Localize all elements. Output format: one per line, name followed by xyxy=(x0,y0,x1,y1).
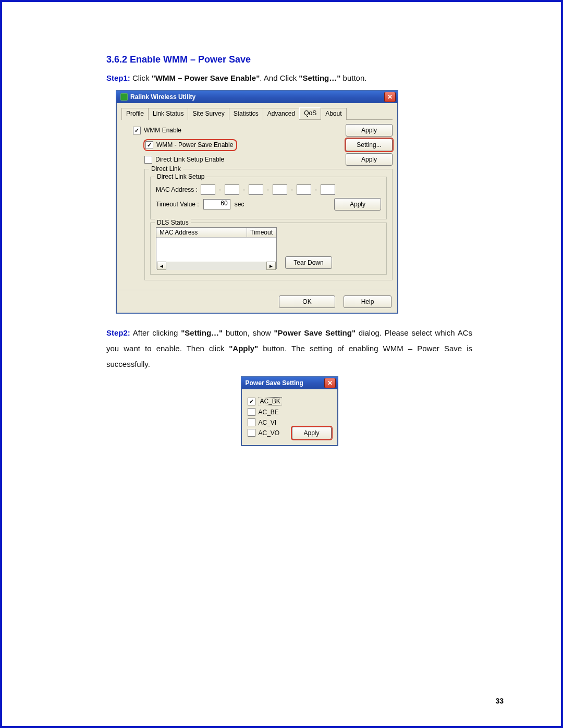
mac-field-6[interactable] xyxy=(321,184,335,195)
step2-t1: After clicking xyxy=(130,328,181,337)
step2-paragraph: Step2: After clicking "Setting…" button,… xyxy=(106,325,472,372)
step1-b1: "WMM – Power Save Enable" xyxy=(152,73,260,82)
ok-button[interactable]: OK xyxy=(279,295,335,308)
apply-button-dls[interactable]: Apply xyxy=(334,198,381,211)
step1-label: Step1: xyxy=(106,73,130,82)
group-dls-setup-legend: Direct Link Setup xyxy=(155,173,206,180)
titlebar: Ralink Wireless Utility ✕ xyxy=(116,91,398,103)
group-direct-link-setup: Direct Link Setup MAC Address : - - - - … xyxy=(150,177,387,219)
mac-field-1[interactable] xyxy=(201,184,215,195)
horizontal-scrollbar[interactable]: ◄ ► xyxy=(156,262,276,270)
step1-t1: Click xyxy=(130,73,152,82)
group-dls-status-legend: DLS Status xyxy=(155,219,191,226)
tab-strip: Profile Link Status Site Survey Statisti… xyxy=(121,107,393,120)
tab-about[interactable]: About xyxy=(321,108,346,120)
app-icon xyxy=(120,93,128,101)
step1-b2: "Setting…" xyxy=(299,73,340,82)
apply-button-wmm[interactable]: Apply xyxy=(346,124,393,137)
ps-apply-button[interactable]: Apply xyxy=(292,427,332,439)
group-direct-link-legend: Direct Link xyxy=(149,165,183,172)
window-title: Ralink Wireless Utility xyxy=(130,93,195,101)
ps-close-icon[interactable]: ✕ xyxy=(324,378,336,388)
close-icon[interactable]: ✕ xyxy=(384,92,396,102)
group-dls-status: DLS Status MAC Address Timeout xyxy=(150,223,387,275)
step2-b3: "Apply" xyxy=(229,344,258,353)
step1-tm: . And Click xyxy=(260,73,299,82)
ac-vo-checkbox[interactable] xyxy=(248,429,255,437)
wmm-enable-checkbox[interactable] xyxy=(133,127,141,134)
tab-qos[interactable]: QoS xyxy=(299,107,321,119)
col-mac-header[interactable]: MAC Address xyxy=(156,228,247,237)
help-button[interactable]: Help xyxy=(344,295,391,308)
timeout-unit: sec xyxy=(235,201,244,208)
power-save-label: WMM - Power Save Enable xyxy=(156,141,233,149)
teardown-button[interactable]: Tear Down xyxy=(285,256,332,269)
page-number: 33 xyxy=(495,697,504,705)
ralink-utility-window: Ralink Wireless Utility ✕ Profile Link S… xyxy=(116,90,398,314)
mac-field-2[interactable] xyxy=(225,184,239,195)
mac-field-4[interactable] xyxy=(273,184,287,195)
mac-field-5[interactable] xyxy=(297,184,311,195)
group-direct-link: Direct Link Direct Link Setup MAC Addres… xyxy=(144,169,393,280)
tab-advanced[interactable]: Advanced xyxy=(263,108,300,120)
direct-link-checkbox[interactable] xyxy=(144,156,152,164)
ac-be-checkbox[interactable] xyxy=(248,408,255,416)
tab-statistics[interactable]: Statistics xyxy=(229,108,263,120)
power-save-checkbox[interactable] xyxy=(145,141,153,149)
ac-vi-checkbox[interactable] xyxy=(248,418,255,426)
timeout-label: Timeout Value : xyxy=(156,201,199,208)
dls-status-table: MAC Address Timeout ◄ ► xyxy=(156,227,277,269)
col-timeout-header[interactable]: Timeout xyxy=(247,228,276,237)
ac-bk-label: AC_BK xyxy=(259,397,282,405)
mac-label: MAC Address : xyxy=(156,186,198,193)
ac-vi-label: AC_VI xyxy=(259,419,277,426)
step2-t2: button, show xyxy=(223,328,274,337)
scroll-left-icon[interactable]: ◄ xyxy=(157,262,166,270)
step1-ta: button. xyxy=(340,73,366,82)
dls-table-body xyxy=(156,238,276,262)
ac-vo-label: AC_VO xyxy=(259,429,280,437)
wmm-enable-label: WMM Enable xyxy=(144,127,181,134)
ps-titlebar: Power Save Setting ✕ xyxy=(241,377,338,389)
step1-line: Step1: Click "WMM – Power Save Enable". … xyxy=(106,70,472,86)
scroll-right-icon[interactable]: ► xyxy=(266,262,276,270)
timeout-field[interactable]: 60 xyxy=(203,199,230,209)
power-save-setting-window: Power Save Setting ✕ AC_BK xyxy=(241,376,338,446)
step2-label: Step2: xyxy=(106,328,130,337)
apply-button-dls-enable[interactable]: Apply xyxy=(346,153,393,166)
direct-link-label: Direct Link Setup Enable xyxy=(155,156,224,163)
tab-site-survey[interactable]: Site Survey xyxy=(188,108,229,120)
tab-link-status[interactable]: Link Status xyxy=(148,108,188,120)
ps-window-title: Power Save Setting xyxy=(246,379,303,387)
step2-b1: "Setting…" xyxy=(181,328,223,337)
tab-profile[interactable]: Profile xyxy=(121,108,149,120)
step2-b2: "Power Save Setting" xyxy=(274,328,356,337)
mac-field-3[interactable] xyxy=(249,184,263,195)
ac-be-label: AC_BE xyxy=(259,409,279,416)
section-heading: 3.6.2 Enable WMM – Power Save xyxy=(106,54,472,65)
ac-bk-checkbox[interactable] xyxy=(248,398,255,405)
setting-button[interactable]: Setting... xyxy=(346,139,393,151)
